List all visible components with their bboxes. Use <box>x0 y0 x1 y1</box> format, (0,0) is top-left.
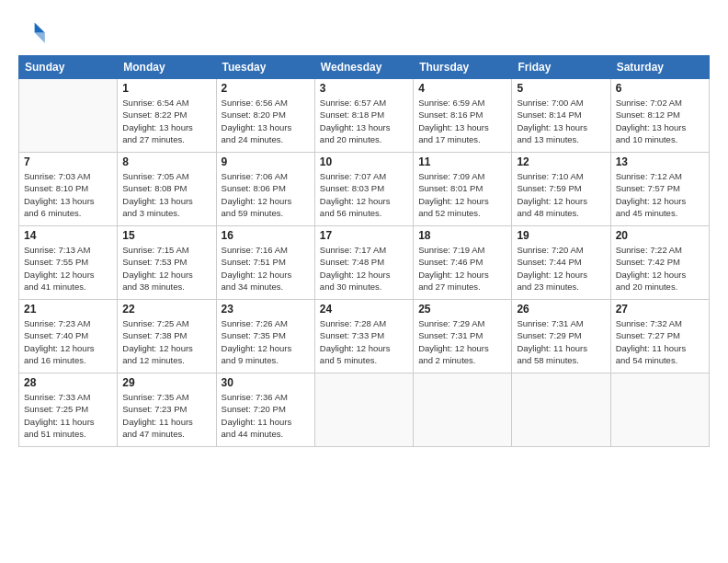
day-number: 19 <box>517 229 605 242</box>
calendar-cell <box>314 373 413 447</box>
day-info: Sunrise: 7:19 AM Sunset: 7:46 PM Dayligh… <box>418 244 506 293</box>
weekday-header: Friday <box>512 56 610 79</box>
calendar-cell: 13Sunrise: 7:12 AM Sunset: 7:57 PM Dayli… <box>610 153 709 226</box>
day-info: Sunrise: 7:16 AM Sunset: 7:51 PM Dayligh… <box>222 244 310 293</box>
day-info: Sunrise: 7:15 AM Sunset: 7:53 PM Dayligh… <box>122 244 210 293</box>
calendar-cell: 6Sunrise: 7:02 AM Sunset: 8:12 PM Daylig… <box>610 79 709 153</box>
day-number: 28 <box>24 376 112 389</box>
day-info: Sunrise: 7:31 AM Sunset: 7:29 PM Dayligh… <box>517 317 605 366</box>
day-number: 11 <box>418 155 506 168</box>
calendar-cell: 2Sunrise: 6:56 AM Sunset: 8:20 PM Daylig… <box>216 79 314 153</box>
logo-icon <box>18 17 48 46</box>
day-info: Sunrise: 7:32 AM Sunset: 7:27 PM Dayligh… <box>616 317 704 366</box>
calendar-cell: 14Sunrise: 7:13 AM Sunset: 7:55 PM Dayli… <box>19 226 118 300</box>
calendar-cell <box>414 373 512 447</box>
logo <box>18 17 51 46</box>
calendar-cell: 22Sunrise: 7:25 AM Sunset: 7:38 PM Dayli… <box>118 300 216 373</box>
calendar-cell: 5Sunrise: 7:00 AM Sunset: 8:14 PM Daylig… <box>512 79 610 153</box>
day-number: 18 <box>418 229 506 242</box>
calendar-header-row: SundayMondayTuesdayWednesdayThursdayFrid… <box>19 56 710 79</box>
weekday-header: Monday <box>118 56 216 79</box>
day-number: 27 <box>616 303 704 316</box>
calendar-cell: 12Sunrise: 7:10 AM Sunset: 7:59 PM Dayli… <box>512 153 610 226</box>
weekday-header: Wednesday <box>314 56 413 79</box>
day-info: Sunrise: 7:13 AM Sunset: 7:55 PM Dayligh… <box>24 244 112 293</box>
weekday-header: Thursday <box>414 56 512 79</box>
day-info: Sunrise: 7:09 AM Sunset: 8:01 PM Dayligh… <box>418 170 506 219</box>
day-number: 26 <box>517 303 605 316</box>
weekday-header: Saturday <box>610 56 709 79</box>
day-info: Sunrise: 7:05 AM Sunset: 8:08 PM Dayligh… <box>122 170 210 219</box>
calendar-week-row: 21Sunrise: 7:23 AM Sunset: 7:40 PM Dayli… <box>19 300 710 373</box>
calendar-cell: 4Sunrise: 6:59 AM Sunset: 8:16 PM Daylig… <box>414 79 512 153</box>
calendar-cell <box>610 373 709 447</box>
calendar-cell: 27Sunrise: 7:32 AM Sunset: 7:27 PM Dayli… <box>610 300 709 373</box>
day-info: Sunrise: 7:23 AM Sunset: 7:40 PM Dayligh… <box>24 317 112 366</box>
day-number: 5 <box>517 82 605 95</box>
day-number: 12 <box>517 155 605 168</box>
day-number: 9 <box>222 155 310 168</box>
calendar-cell: 3Sunrise: 6:57 AM Sunset: 8:18 PM Daylig… <box>314 79 413 153</box>
day-number: 6 <box>616 82 704 95</box>
calendar-cell: 26Sunrise: 7:31 AM Sunset: 7:29 PM Dayli… <box>512 300 610 373</box>
day-number: 15 <box>122 229 210 242</box>
day-number: 14 <box>24 229 112 242</box>
calendar-cell: 16Sunrise: 7:16 AM Sunset: 7:51 PM Dayli… <box>216 226 314 300</box>
day-info: Sunrise: 6:57 AM Sunset: 8:18 PM Dayligh… <box>320 97 408 145</box>
svg-marker-0 <box>35 22 45 32</box>
calendar-cell: 30Sunrise: 7:36 AM Sunset: 7:20 PM Dayli… <box>216 373 314 447</box>
day-info: Sunrise: 7:12 AM Sunset: 7:57 PM Dayligh… <box>616 170 704 219</box>
day-number: 3 <box>320 82 408 95</box>
day-info: Sunrise: 7:33 AM Sunset: 7:25 PM Dayligh… <box>24 391 112 440</box>
day-info: Sunrise: 6:54 AM Sunset: 8:22 PM Dayligh… <box>122 97 210 145</box>
page: SundayMondayTuesdayWednesdayThursdayFrid… <box>0 0 728 563</box>
header <box>18 17 710 46</box>
calendar-cell: 7Sunrise: 7:03 AM Sunset: 8:10 PM Daylig… <box>19 153 118 226</box>
day-number: 24 <box>320 303 408 316</box>
calendar-cell: 10Sunrise: 7:07 AM Sunset: 8:03 PM Dayli… <box>314 153 413 226</box>
day-number: 4 <box>418 82 506 95</box>
calendar-week-row: 28Sunrise: 7:33 AM Sunset: 7:25 PM Dayli… <box>19 373 710 447</box>
calendar-cell: 24Sunrise: 7:28 AM Sunset: 7:33 PM Dayli… <box>314 300 413 373</box>
day-number: 7 <box>24 155 112 168</box>
calendar-cell: 21Sunrise: 7:23 AM Sunset: 7:40 PM Dayli… <box>19 300 118 373</box>
day-info: Sunrise: 7:06 AM Sunset: 8:06 PM Dayligh… <box>222 170 310 219</box>
calendar-week-row: 1Sunrise: 6:54 AM Sunset: 8:22 PM Daylig… <box>19 79 710 153</box>
calendar-cell: 20Sunrise: 7:22 AM Sunset: 7:42 PM Dayli… <box>610 226 709 300</box>
calendar-cell: 29Sunrise: 7:35 AM Sunset: 7:23 PM Dayli… <box>118 373 216 447</box>
day-info: Sunrise: 6:56 AM Sunset: 8:20 PM Dayligh… <box>222 97 310 145</box>
day-info: Sunrise: 7:03 AM Sunset: 8:10 PM Dayligh… <box>24 170 112 219</box>
day-number: 10 <box>320 155 408 168</box>
calendar-cell: 18Sunrise: 7:19 AM Sunset: 7:46 PM Dayli… <box>414 226 512 300</box>
day-info: Sunrise: 7:28 AM Sunset: 7:33 PM Dayligh… <box>320 317 408 366</box>
weekday-header: Sunday <box>19 56 118 79</box>
day-number: 29 <box>122 376 210 389</box>
day-info: Sunrise: 7:35 AM Sunset: 7:23 PM Dayligh… <box>122 391 210 440</box>
calendar-week-row: 14Sunrise: 7:13 AM Sunset: 7:55 PM Dayli… <box>19 226 710 300</box>
svg-marker-1 <box>35 33 45 43</box>
calendar-cell: 1Sunrise: 6:54 AM Sunset: 8:22 PM Daylig… <box>118 79 216 153</box>
calendar-cell: 19Sunrise: 7:20 AM Sunset: 7:44 PM Dayli… <box>512 226 610 300</box>
calendar-cell: 8Sunrise: 7:05 AM Sunset: 8:08 PM Daylig… <box>118 153 216 226</box>
calendar-cell <box>19 79 118 153</box>
day-info: Sunrise: 7:26 AM Sunset: 7:35 PM Dayligh… <box>222 317 310 366</box>
day-number: 17 <box>320 229 408 242</box>
day-info: Sunrise: 7:36 AM Sunset: 7:20 PM Dayligh… <box>222 391 310 440</box>
calendar-week-row: 7Sunrise: 7:03 AM Sunset: 8:10 PM Daylig… <box>19 153 710 226</box>
day-info: Sunrise: 7:22 AM Sunset: 7:42 PM Dayligh… <box>616 244 704 293</box>
day-info: Sunrise: 7:00 AM Sunset: 8:14 PM Dayligh… <box>517 97 605 145</box>
day-info: Sunrise: 7:07 AM Sunset: 8:03 PM Dayligh… <box>320 170 408 219</box>
day-info: Sunrise: 7:25 AM Sunset: 7:38 PM Dayligh… <box>122 317 210 366</box>
weekday-header: Tuesday <box>216 56 314 79</box>
calendar-cell: 15Sunrise: 7:15 AM Sunset: 7:53 PM Dayli… <box>118 226 216 300</box>
calendar-cell: 28Sunrise: 7:33 AM Sunset: 7:25 PM Dayli… <box>19 373 118 447</box>
day-number: 13 <box>616 155 704 168</box>
calendar-table: SundayMondayTuesdayWednesdayThursdayFrid… <box>18 55 710 447</box>
day-number: 22 <box>122 303 210 316</box>
day-number: 30 <box>222 376 310 389</box>
day-number: 16 <box>222 229 310 242</box>
day-number: 23 <box>222 303 310 316</box>
day-info: Sunrise: 6:59 AM Sunset: 8:16 PM Dayligh… <box>418 97 506 145</box>
day-info: Sunrise: 7:02 AM Sunset: 8:12 PM Dayligh… <box>616 97 704 145</box>
day-info: Sunrise: 7:29 AM Sunset: 7:31 PM Dayligh… <box>418 317 506 366</box>
